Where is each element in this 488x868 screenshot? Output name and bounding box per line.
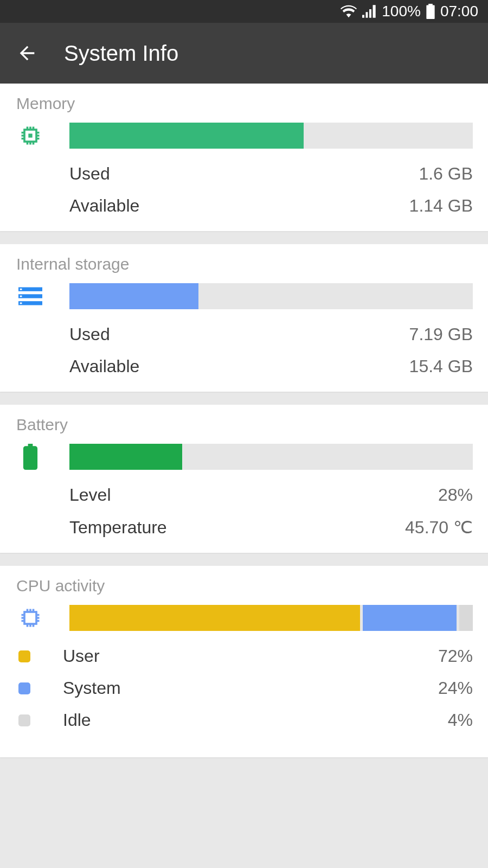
- cpu-card[interactable]: CPU activity User72%System24%Idle4%: [0, 566, 488, 757]
- svg-rect-4: [18, 301, 42, 305]
- cpu-bar: [69, 605, 473, 631]
- svg-rect-2: [18, 288, 42, 291]
- memory-title: Memory: [15, 84, 473, 123]
- cpu-row-label: User: [63, 646, 100, 666]
- cpu-row-value: 24%: [438, 678, 473, 698]
- app-bar: System Info: [0, 23, 488, 84]
- battery-full-icon: [426, 4, 435, 19]
- storage-available-row: Available 15.4 GB: [69, 356, 473, 376]
- cpu-row: User72%: [15, 646, 473, 666]
- battery-title: Battery: [15, 405, 473, 444]
- battery-temp-value: 45.70 ℃: [405, 517, 473, 538]
- storage-available-label: Available: [69, 356, 139, 376]
- cpu-bar-segment: [459, 605, 473, 631]
- battery-level-value: 28%: [438, 485, 473, 505]
- memory-card[interactable]: Memory Used 1.6 GB Avail: [0, 84, 488, 231]
- memory-used-label: Used: [69, 164, 110, 184]
- storage-used-value: 7.19 GB: [409, 324, 473, 344]
- signal-icon: [362, 5, 376, 18]
- battery-level-label: Level: [69, 485, 111, 505]
- battery-temp-row: Temperature 45.70 ℃: [69, 517, 473, 538]
- cpu-row-value: 4%: [448, 710, 473, 730]
- svg-rect-6: [20, 296, 22, 297]
- storage-used-row: Used 7.19 GB: [69, 324, 473, 344]
- svg-rect-5: [20, 289, 22, 290]
- memory-chip-icon: [15, 124, 46, 148]
- storage-used-label: Used: [69, 324, 110, 344]
- cpu-row: System24%: [15, 678, 473, 698]
- battery-level-row: Level 28%: [69, 485, 473, 505]
- statusbar-time: 07:00: [440, 3, 478, 20]
- storage-bar-fill: [69, 283, 198, 309]
- battery-temp-label: Temperature: [69, 518, 167, 538]
- content: Memory Used 1.6 GB Avail: [0, 84, 488, 757]
- svg-rect-3: [18, 294, 42, 298]
- storage-bar: [69, 283, 473, 309]
- battery-bar: [69, 444, 473, 470]
- page-title: System Info: [64, 41, 178, 66]
- cpu-bar-segment: [363, 605, 457, 631]
- cpu-row: Idle4%: [15, 710, 473, 730]
- svg-rect-8: [24, 612, 36, 624]
- cpu-swatch-icon: [18, 682, 30, 694]
- status-bar: 100% 07:00: [0, 0, 488, 23]
- cpu-row-label: Idle: [63, 710, 91, 730]
- memory-bar: [69, 123, 473, 149]
- memory-available-label: Available: [69, 196, 139, 216]
- back-button[interactable]: [16, 42, 38, 64]
- cpu-title: CPU activity: [15, 566, 473, 605]
- storage-available-value: 15.4 GB: [409, 356, 473, 376]
- cpu-bar-segment: [69, 605, 360, 631]
- storage-icon: [15, 286, 46, 306]
- memory-available-value: 1.14 GB: [409, 196, 473, 216]
- storage-title: Internal storage: [15, 244, 473, 283]
- svg-rect-7: [20, 303, 22, 304]
- memory-bar-fill: [69, 123, 304, 149]
- battery-bar-fill: [69, 444, 182, 470]
- memory-used-row: Used 1.6 GB: [69, 164, 473, 184]
- memory-available-row: Available 1.14 GB: [69, 196, 473, 216]
- svg-rect-1: [28, 133, 32, 137]
- cpu-swatch-icon: [18, 714, 30, 726]
- cpu-chip-icon: [15, 606, 46, 630]
- battery-card[interactable]: Battery Level 28% Temperature 45.70 ℃: [0, 405, 488, 553]
- wifi-icon: [341, 5, 357, 18]
- cpu-row-value: 72%: [438, 646, 473, 666]
- memory-used-value: 1.6 GB: [419, 164, 473, 184]
- battery-icon: [15, 444, 46, 470]
- statusbar-battery-pct: 100%: [382, 3, 421, 20]
- cpu-swatch-icon: [18, 650, 30, 662]
- storage-card[interactable]: Internal storage: [0, 244, 488, 392]
- cpu-row-label: System: [63, 678, 121, 698]
